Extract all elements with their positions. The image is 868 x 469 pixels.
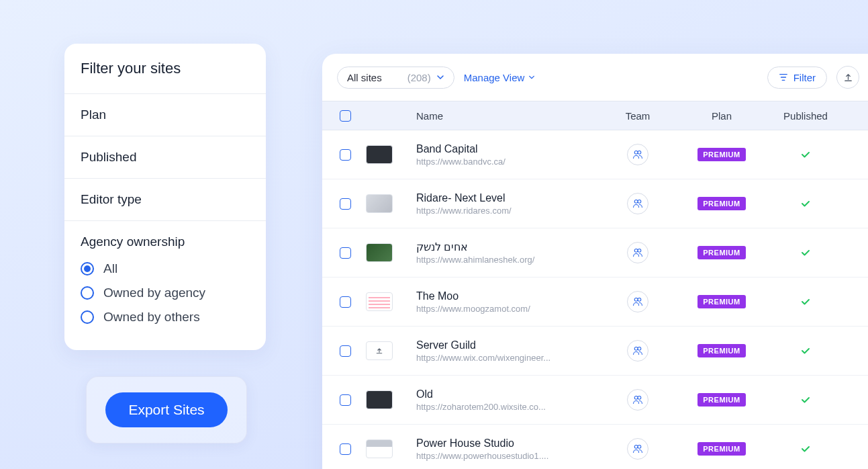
site-thumbnail (366, 243, 393, 262)
sites-panel: All sites (208) Manage View Filter (322, 54, 868, 469)
table-row[interactable]: Server Guild https://www.wix.com/wixengi… (322, 327, 868, 376)
site-thumbnail (366, 145, 393, 164)
export-button-wrap: Export Sites (86, 376, 247, 443)
check-icon (800, 149, 811, 160)
plan-badge: PREMIUM (697, 442, 745, 456)
row-checkbox[interactable] (340, 443, 351, 455)
filter-title: Filter your sites (64, 44, 266, 94)
plan-badge: PREMIUM (697, 197, 745, 210)
team-icon (632, 149, 643, 160)
site-url: https://www.ahimlaneshek.org/ (416, 255, 584, 265)
team-button[interactable] (627, 438, 648, 460)
last-updated: Oct 14 (846, 149, 868, 161)
filter-item-editor-type[interactable]: Editor type (64, 179, 266, 221)
team-button[interactable] (627, 242, 648, 263)
export-icon-button[interactable] (836, 66, 859, 89)
team-icon (632, 296, 643, 307)
filter-item-published[interactable]: Published (64, 136, 266, 179)
plan-badge: PREMIUM (697, 246, 745, 259)
col-updated: Last up (846, 110, 868, 122)
team-button[interactable] (627, 144, 648, 165)
manage-view-label: Manage View (464, 72, 525, 83)
check-icon (800, 443, 811, 454)
plan-badge: PREMIUM (697, 295, 745, 308)
radio-owned-agency[interactable]: Owned by agency (81, 286, 250, 300)
team-icon (632, 443, 643, 454)
site-url: https://zoharotem200.wixsite.co... (416, 402, 584, 412)
filter-label: Filter (793, 72, 816, 83)
last-updated: Oct 11, (846, 198, 868, 210)
table-row[interactable]: Ridare- Next Level https://www.ridares.c… (322, 179, 868, 228)
team-icon (632, 198, 643, 209)
filter-icon (779, 73, 788, 82)
col-published: Published (765, 110, 846, 122)
team-icon (632, 345, 643, 356)
plan-badge: PREMIUM (697, 148, 745, 161)
site-thumbnail (366, 292, 393, 311)
col-team: Team (597, 110, 678, 122)
radio-icon (81, 310, 94, 324)
site-url: https://www.powerhousestudio1.... (416, 451, 584, 461)
team-button[interactable] (627, 193, 648, 214)
radio-owned-others[interactable]: Owned by others (81, 310, 250, 325)
radio-label: All (103, 261, 117, 276)
row-checkbox[interactable] (340, 198, 351, 210)
table-row[interactable]: Band Capital https://www.bandvc.ca/ PREM… (322, 130, 868, 179)
toolbar: All sites (208) Manage View Filter (322, 54, 868, 101)
select-all-checkbox[interactable] (340, 110, 351, 122)
last-updated: Oct 11, (846, 296, 868, 308)
team-icon (632, 394, 643, 405)
table-row[interactable]: Power House Studio https://www.powerhous… (322, 425, 868, 469)
radio-icon (81, 286, 94, 300)
team-button[interactable] (627, 291, 648, 312)
export-sites-button[interactable]: Export Sites (105, 392, 227, 427)
radio-all[interactable]: All (81, 261, 250, 276)
last-updated: Oct 5, (846, 443, 868, 455)
filter-item-plan[interactable]: Plan (64, 94, 266, 136)
site-thumbnail (366, 390, 393, 409)
site-name: Band Capital (416, 143, 591, 155)
table-row[interactable]: Old https://zoharotem200.wixsite.co... P… (322, 376, 868, 425)
site-name: Power House Studio (416, 437, 591, 450)
row-checkbox[interactable] (340, 296, 351, 308)
site-thumbnail (366, 341, 393, 360)
manage-view-link[interactable]: Manage View (464, 72, 536, 83)
filter-button[interactable]: Filter (767, 67, 827, 89)
row-checkbox[interactable] (340, 345, 351, 357)
site-name: Old (416, 388, 591, 400)
last-updated: Oct 9, (846, 394, 868, 406)
check-icon (800, 198, 811, 209)
team-icon (632, 247, 643, 258)
row-checkbox[interactable] (340, 149, 351, 161)
col-plan: Plan (678, 110, 765, 122)
check-icon (800, 247, 811, 258)
table-row[interactable]: אחים לנשק https://www.ahimlaneshek.org/ … (322, 228, 868, 278)
site-thumbnail (366, 194, 393, 213)
table-header: Name Team Plan Published Last up (322, 101, 868, 130)
row-checkbox[interactable] (340, 247, 351, 259)
row-checkbox[interactable] (340, 394, 351, 406)
team-button[interactable] (627, 389, 648, 411)
filter-panel: Filter your sites Plan Published Editor … (64, 44, 266, 350)
table-row[interactable]: The Moo https://www.moogzamot.com/ PREMI… (322, 278, 868, 327)
site-name: אחים לנשק (416, 241, 591, 253)
site-url: https://www.bandvc.ca/ (416, 157, 584, 167)
filter-group-ownership: Agency ownership All Owned by agency Own… (64, 221, 266, 350)
chevron-down-icon (528, 74, 535, 81)
upload-icon (843, 73, 853, 83)
team-button[interactable] (627, 340, 648, 361)
site-thumbnail (366, 439, 393, 458)
filter-group-title: Agency ownership (81, 234, 250, 249)
last-updated: Oct 11, (846, 247, 868, 259)
site-url: https://www.ridares.com/ (416, 206, 584, 216)
site-url: https://www.wix.com/wixengineer... (416, 353, 584, 363)
site-name: Server Guild (416, 339, 591, 351)
check-icon (800, 296, 811, 307)
site-url: https://www.moogzamot.com/ (416, 304, 584, 314)
last-updated: Oct 10 (846, 345, 868, 357)
chevron-down-icon (436, 73, 444, 81)
plan-badge: PREMIUM (697, 344, 745, 357)
site-selector[interactable]: All sites (208) (337, 67, 454, 89)
check-icon (800, 345, 811, 356)
site-name: The Moo (416, 290, 591, 302)
